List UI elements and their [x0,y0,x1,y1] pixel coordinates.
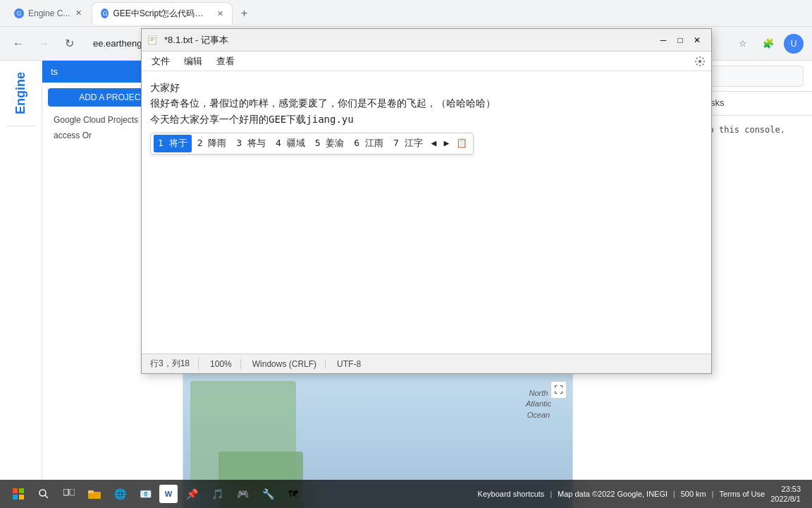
tab-bar: G Engine C... ✕ G GEE中Script怎么代码管理 - Go.… [6,0,254,27]
tab2-title: GEE中Script怎么代码管理 - Go... [113,8,211,20]
ime-suggestion-bar: 1 将于 2 降雨 3 将与 4 疆域 5 姜渝 6 江雨 7 江字 ◀ ▶ 📋 [150,133,474,155]
svg-rect-5 [13,488,18,493]
sep1: | [550,490,552,498]
profile-button[interactable]: U [784,34,804,54]
extension-button[interactable]: 🧩 [758,34,778,54]
reload-button[interactable]: ↻ [59,34,79,54]
notepad-settings-button[interactable] [691,53,708,70]
notepad-line-3: 今天给大家分享一个好用的GEE下载jiang.yu [150,111,703,127]
notepad-minimize-button[interactable]: ─ [655,32,672,49]
menu-file[interactable]: 文件 [144,54,177,69]
sticky-button[interactable]: 📌 [180,483,203,505]
ime-option-3[interactable]: 3 将与 [232,135,270,152]
file-explorer-button[interactable] [83,483,106,505]
svg-rect-14 [88,490,94,493]
notepad-menubar: 文件 编辑 查看 [142,52,711,71]
svg-line-10 [45,495,48,498]
taskbar: 🌐 📧 W 📌 🎵 🎮 🔧 🗺 Keyboard shortcuts | Map… [0,480,812,508]
notepad-statusbar: 行3，列18 100% Windows (CRLF) UTF-8 [142,353,711,373]
ime-next-button[interactable]: ▶ [441,135,452,152]
svg-rect-11 [63,489,68,495]
ime-option-2[interactable]: 2 降雨 [193,135,231,152]
svg-point-9 [39,490,46,496]
svg-rect-2 [150,39,154,40]
notepad-close-button[interactable]: ✕ [689,32,706,49]
new-tab-button[interactable]: + [234,4,254,23]
taskbar-tray: Keyboard shortcuts | Map data ©2022 Goog… [478,484,806,504]
tool-button[interactable]: 🔧 [257,483,279,505]
svg-rect-8 [19,495,24,500]
svg-rect-7 [13,495,18,500]
tab-2[interactable]: G GEE中Script怎么代码管理 - Go... ✕ [92,2,233,25]
forward-button[interactable]: → [34,34,54,54]
notepad-icon [147,35,159,46]
app-logo: Engine [13,66,28,120]
tab-1[interactable]: G Engine C... ✕ [6,2,90,25]
notepad-titlebar: *8.1.txt - 记事本 ─ □ ✕ [142,29,711,52]
menu-edit[interactable]: 编辑 [177,54,209,69]
sep3: | [712,490,714,498]
word-button[interactable]: W [159,485,178,503]
notepad-line-1: 大家好 [150,80,703,95]
tab1-title: Engine C... [28,8,70,18]
map-expand-button[interactable]: ⛶ [550,381,567,399]
sep2: | [673,490,675,498]
svg-rect-3 [150,40,153,41]
tray-clock: 23:53 2022/8/1 [770,484,801,504]
tab2-favicon: G [101,8,109,18]
game-button[interactable]: 🎮 [231,483,254,505]
tray-date: 2022/8/1 [770,494,801,504]
svg-rect-12 [70,489,75,495]
ime-option-7[interactable]: 7 江字 [389,135,427,152]
browser-chrome: G Engine C... ✕ G GEE中Script怎么代码管理 - Go.… [0,0,812,27]
status-encoding: UTF-8 [337,359,369,369]
search-taskbar-button[interactable] [32,483,55,505]
keyboard-shortcuts-label: Keyboard shortcuts [478,490,545,498]
media-button[interactable]: 🎵 [206,483,228,505]
ime-option-1[interactable]: 1 将于 [154,135,192,152]
notepad-line-2: 很好奇各位，暑假过的咋样，感觉要废了，你们是不是卷的飞起，（哈哈哈哈） [150,95,703,111]
notepad-content-area[interactable]: 大家好 很好奇各位，暑假过的咋样，感觉要废了，你们是不是卷的飞起，（哈哈哈哈） … [142,71,711,353]
svg-rect-1 [150,37,154,38]
start-button[interactable] [7,483,30,505]
tab2-close[interactable]: ✕ [217,9,223,18]
ime-prev-button[interactable]: ◀ [429,135,440,152]
map-data-label: Map data ©2022 Google, INEGI [558,490,668,498]
ime-option-4[interactable]: 4 疆域 [271,135,309,152]
ime-option-6[interactable]: 6 江雨 [350,135,388,152]
svg-point-4 [699,60,701,63]
svg-rect-6 [19,488,24,493]
map-ocean-label: NorthAtlanticOcean [526,388,551,421]
tab1-favicon: G [14,8,24,18]
bookmark-button[interactable]: ☆ [733,34,753,54]
terms-label: Terms of Use [719,490,765,498]
tray-time: 23:53 [770,484,801,494]
notepad-maximize-button[interactable]: □ [672,32,689,49]
status-zoom: 100% [210,359,241,369]
status-line-ending: Windows (CRLF) [252,359,326,369]
tab1-close[interactable]: ✕ [75,8,82,18]
ime-menu-button[interactable]: 📋 [453,135,470,152]
taskview-button[interactable] [58,483,80,505]
status-position: 行3，列18 [150,358,199,370]
ime-option-5[interactable]: 5 姜渝 [311,135,349,152]
notepad-title: *8.1.txt - 记事本 [164,34,655,47]
map-taskbar-button[interactable]: 🗺 [282,483,304,505]
left-panel-title: ts [51,66,58,77]
notepad-window: *8.1.txt - 记事本 ─ □ ✕ 文件 编辑 查看 大家好 很好奇各位，… [141,28,712,374]
mail-button[interactable]: 📧 [134,483,156,505]
back-button[interactable]: ← [8,34,28,54]
edge-button[interactable]: 🌐 [109,483,131,505]
scale-label: 500 km [681,490,706,498]
sidebar: Engine [0,61,42,508]
svg-rect-0 [149,35,156,44]
menu-view[interactable]: 查看 [209,54,242,69]
